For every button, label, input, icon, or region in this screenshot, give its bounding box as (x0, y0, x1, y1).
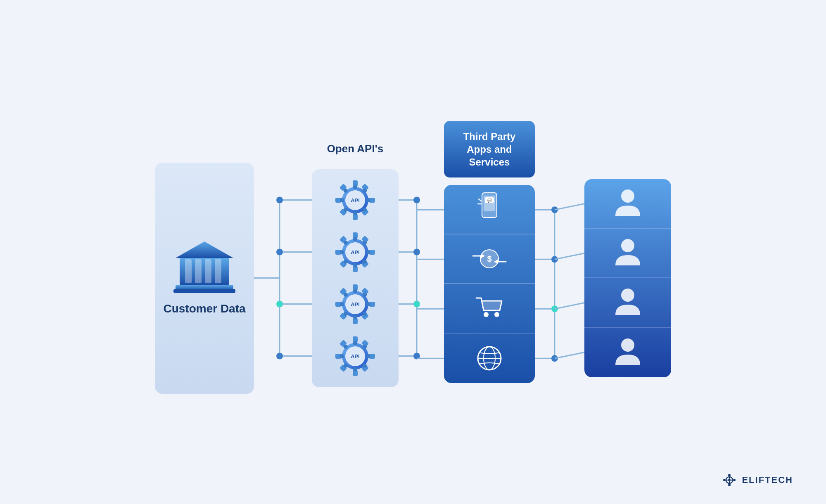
svg-point-143 (728, 479, 731, 481)
svg-point-75 (353, 263, 357, 267)
svg-point-61 (344, 208, 348, 212)
shopping-icon (473, 292, 506, 325)
svg-text:API: API (351, 353, 360, 360)
thirdparty-cell-messaging: 💬 (444, 185, 535, 234)
user-icon-2 (613, 237, 642, 270)
thirdparty-cells-container: 💬 $ (444, 185, 535, 383)
svg-point-58 (366, 198, 370, 202)
svg-point-62 (363, 208, 367, 212)
thirdparty-cell-globe (444, 334, 535, 383)
eliftech-logo-icon (722, 473, 737, 487)
customer-data-label: Customer Data (163, 301, 245, 316)
api-column-header: Open API's (327, 142, 384, 155)
user-cell-1 (584, 179, 671, 229)
user-icon-1 (613, 187, 642, 220)
user-cell-4 (584, 328, 671, 377)
bank-icon (173, 239, 235, 293)
svg-text:API: API (351, 197, 360, 203)
svg-point-112 (353, 341, 357, 345)
svg-text:API: API (351, 301, 360, 308)
svg-point-94 (353, 315, 357, 319)
svg-point-145 (728, 484, 731, 486)
globe-icon (473, 342, 506, 375)
svg-point-117 (363, 345, 367, 349)
svg-point-57 (340, 198, 344, 202)
api-gear-icon-1: API (335, 180, 376, 221)
svg-point-74 (353, 237, 357, 241)
svg-point-141 (621, 338, 634, 352)
svg-point-113 (353, 367, 357, 371)
svg-point-80 (344, 260, 348, 264)
users-cells-container (584, 179, 671, 377)
svg-point-55 (353, 185, 357, 189)
api-gear-icon-2: API (335, 232, 376, 273)
svg-point-95 (340, 302, 344, 306)
api-column: Open API's (312, 117, 399, 387)
svg-rect-39 (195, 259, 202, 283)
svg-point-79 (363, 241, 367, 245)
svg-point-98 (363, 293, 367, 297)
svg-point-133 (484, 312, 489, 317)
customer-column: Customer Data (155, 111, 254, 394)
api-cell-4: API (318, 332, 392, 381)
svg-rect-38 (185, 259, 192, 283)
eliftech-logo-text: ELIFTECH (742, 475, 793, 485)
svg-rect-40 (205, 259, 211, 283)
logo-area: ELIFTECH (722, 473, 793, 487)
api-header-area: Open API's (327, 117, 384, 163)
svg-point-59 (344, 189, 348, 193)
svg-point-99 (344, 312, 348, 316)
svg-point-115 (366, 354, 370, 358)
main-layout: Customer Data Open API's (33, 111, 793, 394)
api-gear-icon-4: API (335, 336, 376, 377)
svg-text:$: $ (487, 254, 491, 263)
messaging-icon: 💬 (473, 191, 506, 228)
svg-point-139 (621, 239, 634, 252)
svg-point-146 (723, 479, 726, 481)
svg-point-97 (344, 293, 348, 297)
svg-point-81 (363, 260, 367, 264)
api-cell-3: API (318, 280, 392, 329)
thirdparty-column-header: Third Party Apps and Services (444, 121, 535, 178)
customer-data-box: Customer Data (155, 163, 254, 394)
svg-point-147 (733, 479, 736, 481)
user-icon-4 (613, 336, 642, 369)
svg-point-56 (353, 211, 357, 215)
svg-point-138 (621, 189, 634, 203)
thirdparty-column: Third Party Apps and Services 💬 (444, 121, 535, 383)
svg-marker-36 (176, 241, 233, 258)
user-cell-2 (584, 229, 671, 278)
svg-rect-43 (173, 289, 235, 293)
svg-line-124 (479, 199, 481, 201)
thirdparty-cell-shopping (444, 284, 535, 334)
svg-point-116 (344, 345, 348, 349)
svg-point-78 (344, 241, 348, 245)
svg-point-144 (728, 474, 731, 476)
svg-point-134 (494, 312, 499, 317)
api-cells-container: API (312, 169, 399, 387)
api-cell-1: API (318, 176, 392, 225)
api-gear-icon-3: API (335, 284, 376, 325)
svg-point-114 (340, 354, 344, 358)
diagram-container: Customer Data Open API's (0, 0, 826, 504)
payment-icon: $ (471, 244, 508, 273)
user-cell-3 (584, 278, 671, 328)
users-column (584, 127, 671, 377)
svg-point-119 (363, 364, 367, 368)
svg-point-96 (366, 302, 370, 306)
svg-point-93 (353, 289, 357, 293)
svg-text:💬: 💬 (487, 198, 492, 203)
svg-point-76 (340, 250, 344, 254)
svg-rect-41 (215, 259, 221, 283)
svg-text:API: API (351, 249, 360, 256)
svg-point-140 (621, 289, 634, 302)
svg-point-60 (363, 189, 367, 193)
svg-point-100 (363, 312, 367, 316)
svg-point-118 (344, 364, 348, 368)
thirdparty-cell-payment: $ (444, 234, 535, 284)
user-icon-3 (613, 286, 642, 319)
api-cell-2: API (318, 228, 392, 277)
svg-point-77 (366, 250, 370, 254)
